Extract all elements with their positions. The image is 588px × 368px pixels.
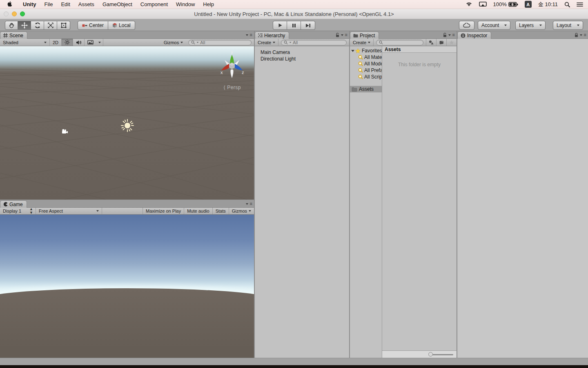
menubar-clock[interactable]: 金 10:11 xyxy=(538,1,558,8)
hierarchy-item-directional-light[interactable]: Directional Light xyxy=(255,56,349,62)
apple-icon[interactable] xyxy=(7,1,13,8)
search-favorite-icon xyxy=(358,68,363,73)
hierarchy-create-dropdown[interactable]: Create xyxy=(255,39,278,46)
pan-tool-button[interactable] xyxy=(5,21,18,30)
panel-dropdown-icon[interactable] xyxy=(448,34,451,36)
perspective-toggle[interactable]: ⟨ Persp xyxy=(223,85,241,90)
game-viewport[interactable] xyxy=(0,215,254,358)
menu-window[interactable]: Window xyxy=(172,1,199,7)
scene-gizmos-dropdown[interactable]: Gizmos xyxy=(161,39,186,46)
battery-status[interactable]: 100% xyxy=(493,1,518,7)
inspector-panel: Inspector ≡ xyxy=(457,31,588,358)
project-tree: Favorites All Materials All Models All P… xyxy=(350,46,382,358)
mute-audio-toggle[interactable]: Mute audio xyxy=(184,208,212,214)
favorites-root[interactable]: Favorites xyxy=(350,47,382,54)
layout-dropdown[interactable]: Layout xyxy=(553,21,583,30)
menu-unity[interactable]: Unity xyxy=(19,1,40,7)
maximize-on-play-toggle[interactable]: Maximize on Play xyxy=(143,208,184,214)
directional-light-gizmo-icon[interactable] xyxy=(121,119,134,132)
play-controls xyxy=(273,21,315,30)
panel-menu-icon[interactable]: ≡ xyxy=(250,33,252,37)
panel-menu-icon[interactable]: ≡ xyxy=(250,202,252,206)
unlock-icon[interactable] xyxy=(443,33,447,37)
folder-path-header: Assets xyxy=(382,46,457,53)
type-filter-icon xyxy=(429,40,434,45)
scale-tool-button[interactable] xyxy=(44,21,57,30)
panel-dropdown-icon[interactable] xyxy=(246,203,248,205)
2d-toggle-button[interactable]: 2D xyxy=(50,39,62,46)
panel-menu-icon[interactable]: ≡ xyxy=(584,33,586,37)
pivot-local-button[interactable]: Local xyxy=(108,21,135,30)
draw-mode-dropdown[interactable]: Shaded xyxy=(0,39,50,46)
search-by-type-button[interactable] xyxy=(426,39,436,46)
panel-dropdown-icon[interactable] xyxy=(580,34,582,36)
hand-icon xyxy=(9,22,15,29)
sun-icon xyxy=(65,40,70,45)
favorite-search-button[interactable] xyxy=(446,39,457,46)
lock-icon[interactable] xyxy=(575,33,578,37)
menu-edit[interactable]: Edit xyxy=(57,1,74,7)
orientation-gizmo[interactable]: y x z xyxy=(217,49,247,81)
thumbnail-zoom-slider[interactable] xyxy=(430,354,453,355)
audio-toggle-button[interactable] xyxy=(73,39,85,46)
tab-scene[interactable]: Scene xyxy=(0,31,27,39)
window-title: Untitled - New Unity Project - PC, Mac &… xyxy=(0,11,588,17)
scene-search-input[interactable]: All xyxy=(188,40,252,45)
search-by-label-button[interactable] xyxy=(436,39,446,46)
effects-toggle-button[interactable] xyxy=(85,39,96,46)
display-mirroring-icon[interactable] xyxy=(479,2,487,7)
project-search-input[interactable] xyxy=(376,40,423,45)
menu-component[interactable]: Component xyxy=(136,1,172,7)
effects-dropdown-button[interactable] xyxy=(96,39,103,46)
tab-game[interactable]: Game xyxy=(0,200,27,208)
menu-help[interactable]: Help xyxy=(199,1,218,7)
lighting-toggle-button[interactable] xyxy=(62,39,73,46)
move-tool-button[interactable] xyxy=(18,21,31,30)
menu-gameobject[interactable]: GameObject xyxy=(98,1,136,7)
spotlight-search-icon[interactable] xyxy=(564,2,570,7)
tab-inspector[interactable]: Inspector xyxy=(457,31,491,39)
folder-contents[interactable]: This folder is empty xyxy=(382,53,457,350)
wifi-icon[interactable] xyxy=(466,2,472,7)
menu-file[interactable]: File xyxy=(40,1,57,7)
favorite-all-materials[interactable]: All Materials xyxy=(350,54,382,61)
hierarchy-panel: Hierarchy ≡ Create All Main Camera Direc… xyxy=(255,31,349,358)
panel-dropdown-icon[interactable] xyxy=(341,34,343,36)
assets-folder-row[interactable]: Assets xyxy=(350,86,382,92)
hierarchy-search-input[interactable]: All xyxy=(281,40,347,45)
hierarchy-item-main-camera[interactable]: Main Camera xyxy=(255,49,349,56)
game-gizmos-dropdown[interactable]: Gizmos xyxy=(229,208,254,214)
panel-dropdown-icon[interactable] xyxy=(246,34,248,36)
stats-toggle[interactable]: Stats xyxy=(212,208,229,214)
step-button[interactable] xyxy=(301,21,315,30)
scene-viewport[interactable]: y x z ⟨ Persp xyxy=(0,46,254,200)
favorite-all-models[interactable]: All Models xyxy=(350,61,382,67)
rect-icon xyxy=(60,22,67,29)
tab-hierarchy[interactable]: Hierarchy xyxy=(255,31,289,39)
thumbnail-zoom-knob[interactable] xyxy=(428,352,433,357)
layers-dropdown[interactable]: Layers xyxy=(515,21,546,30)
unlock-icon[interactable] xyxy=(336,33,339,37)
account-dropdown[interactable]: Account xyxy=(478,21,510,30)
panel-menu-icon[interactable]: ≡ xyxy=(452,33,454,37)
move-icon xyxy=(21,22,28,29)
pause-button[interactable] xyxy=(287,21,301,30)
desktop-wallpaper-edge xyxy=(0,365,588,368)
favorite-all-scripts[interactable]: All Scripts xyxy=(350,74,382,80)
input-source-badge[interactable]: A xyxy=(525,1,532,8)
menu-assets[interactable]: Assets xyxy=(74,1,98,7)
display-dropdown[interactable]: Display 1 ▲▼ xyxy=(0,208,36,214)
rect-tool-button[interactable] xyxy=(57,21,70,30)
cloud-services-button[interactable] xyxy=(459,21,474,30)
favorite-all-prefabs[interactable]: All Prefabs xyxy=(350,67,382,74)
play-button[interactable] xyxy=(273,21,287,30)
panel-menu-icon[interactable]: ≡ xyxy=(345,33,347,37)
rotate-tool-button[interactable] xyxy=(31,21,44,30)
notification-center-icon[interactable] xyxy=(577,2,583,7)
tab-project[interactable]: Project xyxy=(350,31,379,39)
project-create-dropdown[interactable]: Create xyxy=(350,39,374,46)
axis-x-label: x xyxy=(220,70,223,75)
camera-gizmo-icon[interactable] xyxy=(61,129,68,134)
pivot-center-button[interactable]: Center xyxy=(78,21,108,30)
aspect-dropdown[interactable]: Free Aspect xyxy=(36,208,102,214)
